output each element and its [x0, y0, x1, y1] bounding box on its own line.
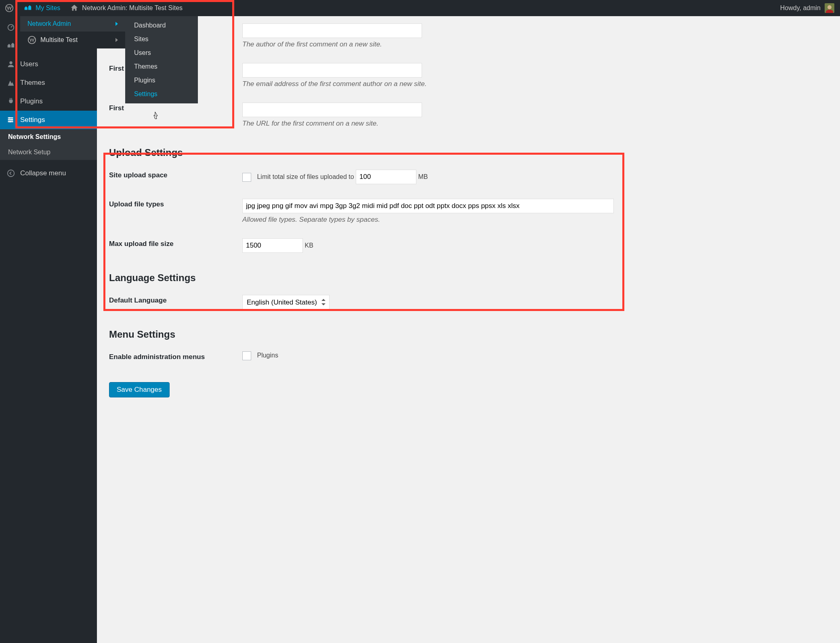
- upload-file-types-input[interactable]: [242, 199, 614, 213]
- sidebar-item-settings[interactable]: Settings: [0, 111, 97, 129]
- sidebar-plugins-label: Plugins: [20, 97, 43, 105]
- plugins-menu-checkbox[interactable]: [242, 351, 251, 360]
- first-comment-url-desc: The URL for the first comment on a new s…: [242, 120, 828, 128]
- submenu-plugins[interactable]: Plugins: [125, 74, 198, 87]
- main-content: The author of the first comment on a new…: [97, 0, 840, 485]
- submenu-themes[interactable]: Themes: [125, 60, 198, 74]
- svg-point-8: [11, 119, 13, 121]
- flyout-network-admin-label: Network Admin: [27, 20, 71, 27]
- flyout-network-admin[interactable]: Network Admin: [20, 16, 125, 32]
- users-icon: [6, 60, 15, 69]
- submenu-dashboard[interactable]: Dashboard: [125, 19, 198, 32]
- language-settings-heading: Language Settings: [109, 272, 828, 284]
- cursor-icon: [153, 112, 160, 123]
- limit-total-text: Limit total size of files uploaded to: [257, 173, 354, 180]
- sidebar-settings-label: Settings: [20, 116, 45, 124]
- first-comment-url-input[interactable]: [242, 103, 422, 117]
- network-admin-submenu: Dashboard Sites Users Themes Plugins Set…: [125, 16, 198, 103]
- svg-point-7: [9, 117, 10, 119]
- svg-point-1: [28, 36, 36, 44]
- sidebar-item-users[interactable]: Users: [0, 55, 97, 74]
- home-icon: [70, 4, 79, 13]
- svg-point-3: [9, 61, 12, 64]
- sidebar-users-label: Users: [20, 60, 38, 68]
- language-settings-table: Default Language English (United States): [109, 288, 828, 317]
- my-sites-menu[interactable]: My Sites: [19, 0, 65, 16]
- enable-admin-menus-label: Enable administration menus: [109, 344, 242, 370]
- default-language-label: Default Language: [109, 288, 242, 317]
- limit-total-input[interactable]: [356, 170, 416, 184]
- max-upload-unit: KB: [304, 242, 313, 249]
- dashboard-icon: [6, 23, 15, 32]
- upload-file-types-desc: Allowed file types. Separate types by sp…: [242, 216, 828, 224]
- multisite-icon: [6, 41, 15, 50]
- collapse-icon: [6, 169, 15, 178]
- howdy-label: Howdy, admin: [780, 4, 821, 12]
- chevron-right-icon: [116, 38, 118, 42]
- wp-logo[interactable]: [0, 0, 19, 16]
- first-comment-email-desc: The email address of the first comment a…: [242, 80, 828, 88]
- sidebar-item-plugins[interactable]: Plugins: [0, 92, 97, 111]
- wordpress-icon: [5, 4, 14, 13]
- first-comment-author-input[interactable]: [242, 23, 422, 38]
- plugins-icon: [6, 97, 15, 106]
- account-menu[interactable]: Howdy, admin: [780, 3, 840, 13]
- network-admin-title-label: Network Admin: Multisite Test Sites: [82, 4, 183, 12]
- my-sites-label: My Sites: [36, 4, 60, 12]
- collapse-menu[interactable]: Collapse menu: [0, 164, 97, 183]
- avatar: [825, 3, 834, 13]
- menu-settings-table: Enable administration menus Plugins: [109, 344, 828, 370]
- upload-settings-table: Site upload space Limit total size of fi…: [109, 162, 828, 260]
- submenu-users[interactable]: Users: [125, 46, 198, 60]
- svg-point-0: [6, 4, 13, 12]
- save-changes-button[interactable]: Save Changes: [109, 382, 170, 397]
- menu-settings-heading: Menu Settings: [109, 329, 828, 340]
- submenu-sites[interactable]: Sites: [125, 32, 198, 46]
- submenu-network-setup[interactable]: Network Setup: [0, 145, 97, 160]
- limit-total-unit: MB: [418, 173, 428, 180]
- admin-sidebar: Sites Users Themes Plugins Settings Netw…: [0, 16, 97, 485]
- submenu-settings[interactable]: Settings: [125, 87, 198, 101]
- site-upload-space-label: Site upload space: [109, 162, 242, 191]
- first-comment-email-input[interactable]: [242, 63, 422, 78]
- submenu-network-settings[interactable]: Network Settings: [0, 129, 97, 145]
- flyout-multisite-test-label: Multisite Test: [40, 36, 78, 44]
- flyout-multisite-test[interactable]: Multisite Test: [20, 32, 125, 48]
- my-sites-flyout: Network Admin Multisite Test: [20, 16, 125, 48]
- network-admin-title[interactable]: Network Admin: Multisite Test Sites: [65, 0, 187, 16]
- first-comment-author-desc: The author of the first comment on a new…: [242, 40, 828, 48]
- upload-file-types-label: Upload file types: [109, 191, 242, 231]
- admin-bar: My Sites Network Admin: Multisite Test S…: [0, 0, 840, 16]
- sidebar-themes-label: Themes: [20, 79, 45, 87]
- chevron-right-icon: [116, 22, 118, 26]
- svg-point-9: [9, 121, 11, 122]
- plugins-menu-option: Plugins: [257, 352, 278, 359]
- settings-submenu: Network Settings Network Setup: [0, 129, 97, 160]
- wordpress-icon: [27, 36, 36, 44]
- themes-icon: [6, 78, 15, 87]
- max-upload-label: Max upload file size: [109, 231, 242, 260]
- svg-point-10: [8, 170, 15, 177]
- collapse-label: Collapse menu: [20, 169, 66, 177]
- upload-settings-heading: Upload Settings: [109, 147, 828, 158]
- limit-total-checkbox[interactable]: [242, 173, 251, 182]
- max-upload-input[interactable]: [242, 238, 303, 253]
- default-language-select[interactable]: English (United States): [242, 295, 330, 309]
- new-site-settings-partial: The author of the first comment on a new…: [109, 16, 828, 135]
- settings-icon: [6, 116, 15, 124]
- sidebar-item-themes[interactable]: Themes: [0, 74, 97, 92]
- multisite-icon: [23, 4, 32, 13]
